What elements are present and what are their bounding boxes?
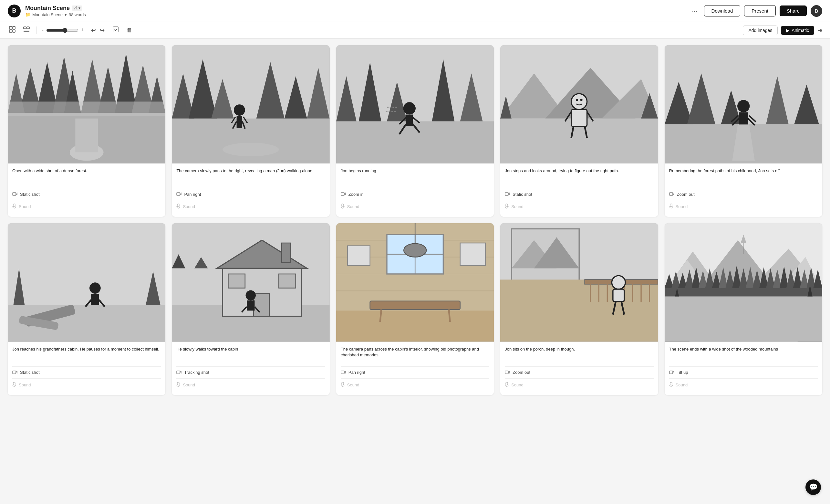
- zoom-out-button[interactable]: -: [42, 27, 43, 34]
- svg-rect-0: [9, 27, 12, 29]
- microphone-icon: [505, 382, 509, 388]
- folder-name[interactable]: Mountain Scene: [32, 12, 63, 17]
- card-image-8: [336, 223, 494, 342]
- storyboard-card-8[interactable]: The camera pans across the cabin's inter…: [336, 223, 494, 395]
- project-title: Mountain Scene: [25, 5, 70, 12]
- add-images-button[interactable]: Add images: [743, 26, 778, 35]
- undo-button[interactable]: ↩: [90, 26, 97, 35]
- card-shot-row-5: Zoom out: [669, 192, 818, 197]
- svg-rect-154: [342, 382, 344, 385]
- card-image-4: [500, 45, 658, 163]
- storyboard-card-2[interactable]: The camera slowly pans to the right, rev…: [172, 45, 329, 217]
- more-options-button[interactable]: ⋯: [689, 6, 700, 16]
- svg-point-171: [612, 276, 626, 289]
- svg-marker-63: [344, 193, 346, 195]
- card-divider: [505, 366, 653, 367]
- svg-point-92: [737, 100, 749, 112]
- animatic-button[interactable]: ▶ Animatic: [781, 26, 814, 35]
- card-body-7: He slowly walks toward the cabin Trackin…: [172, 342, 329, 395]
- svg-rect-172: [613, 289, 624, 302]
- card-body-1: Open with a wide shot of a dense forest.…: [8, 163, 165, 217]
- svg-rect-177: [506, 382, 508, 385]
- card-sound-9: Sound: [511, 382, 523, 387]
- card-description-1: Open with a wide shot of a dense forest.: [12, 168, 161, 185]
- microphone-icon: [505, 203, 509, 210]
- card-shot-7: Tracking shot: [184, 370, 209, 375]
- word-count: 98 words: [69, 12, 86, 17]
- svg-rect-23: [75, 119, 98, 153]
- storyboard-card-6[interactable]: Jon reaches his grandfathers cabin. He p…: [8, 223, 165, 395]
- svg-rect-175: [505, 371, 508, 374]
- svg-rect-76: [571, 109, 587, 126]
- svg-rect-83: [506, 204, 508, 207]
- svg-point-127: [246, 290, 256, 301]
- storyboard-card-3[interactable]: Jon begins running Zoom in Sound: [336, 45, 494, 217]
- card-sound-row-6: Sound: [12, 382, 161, 388]
- card-sound-3: Sound: [347, 204, 359, 209]
- card-sound-row-3: Sound: [341, 203, 489, 210]
- card-body-8: The camera pans across the cabin's inter…: [336, 342, 494, 395]
- card-sound-row-2: Sound: [176, 203, 325, 210]
- card-divider: [176, 366, 325, 367]
- zoom-in-button[interactable]: +: [81, 27, 85, 34]
- svg-marker-25: [16, 193, 17, 195]
- card-divider: [505, 188, 653, 188]
- list-view-button[interactable]: [22, 25, 31, 35]
- svg-rect-101: [670, 204, 672, 207]
- svg-marker-100: [673, 193, 674, 195]
- storyboard-card-9[interactable]: Jon sits on the porch, deep in though. Z…: [500, 223, 658, 395]
- svg-rect-3: [12, 30, 15, 32]
- storyboard-card-10[interactable]: The scene ends with a wide shot of the w…: [665, 223, 822, 395]
- storyboard-card-1[interactable]: Open with a wide shot of a dense forest.…: [8, 45, 165, 217]
- svg-line-146: [380, 310, 381, 322]
- share-button[interactable]: Share: [779, 5, 807, 16]
- svg-marker-82: [508, 193, 510, 195]
- svg-rect-161: [500, 280, 658, 342]
- svg-point-73: [571, 94, 587, 109]
- download-button[interactable]: Download: [704, 5, 740, 17]
- delete-button[interactable]: 🗑: [125, 26, 134, 35]
- card-image-3: [336, 45, 494, 163]
- card-shot-10: Tilt up: [677, 370, 688, 375]
- storyboard-card-7[interactable]: He slowly walks toward the cabin Trackin…: [172, 223, 329, 395]
- zoom-slider[interactable]: [46, 28, 78, 33]
- card-image-6: [8, 223, 165, 342]
- camera-icon: [669, 370, 674, 375]
- card-sound-row-7: Sound: [176, 382, 325, 388]
- card-shot-8: Pan right: [348, 370, 365, 375]
- microphone-icon: [176, 203, 180, 210]
- card-shot-row-10: Tilt up: [669, 370, 818, 375]
- card-description-6: Jon reaches his grandfathers cabin. He p…: [12, 346, 161, 363]
- title-block: Mountain Scene v1 ▾ 📁 Mountain Scene ▾ 9…: [25, 5, 86, 17]
- card-image-9: [500, 223, 658, 342]
- storyboard-card-5[interactable]: Remembering the forest paths of his chil…: [665, 45, 822, 217]
- card-divider: [341, 366, 489, 367]
- storyboard-card-4[interactable]: Jon stops and looks around, trying to fi…: [500, 45, 658, 217]
- camera-icon: [505, 192, 510, 197]
- checkbox-button[interactable]: [111, 25, 120, 35]
- card-description-8: The camera pans across the cabin's inter…: [341, 346, 489, 363]
- card-shot-6: Static shot: [20, 370, 40, 375]
- svg-rect-55: [406, 115, 413, 126]
- microphone-icon: [12, 203, 16, 210]
- redo-button[interactable]: ↪: [98, 26, 106, 35]
- card-divider-2: [176, 378, 325, 379]
- svg-rect-45: [177, 204, 179, 207]
- app-logo: B: [8, 4, 21, 18]
- svg-line-147: [449, 310, 450, 322]
- card-sound-6: Sound: [19, 382, 31, 387]
- version-badge[interactable]: v1 ▾: [72, 5, 82, 11]
- present-button[interactable]: Present: [744, 5, 776, 17]
- card-image-5: [665, 45, 822, 163]
- camera-icon: [669, 192, 674, 197]
- collapse-button[interactable]: ⇥: [818, 27, 822, 34]
- svg-point-74: [576, 99, 578, 101]
- header-left: B Mountain Scene v1 ▾ 📁 Mountain Scene ▾…: [8, 4, 86, 18]
- svg-rect-93: [739, 113, 748, 125]
- microphone-icon: [669, 203, 673, 210]
- card-description-9: Jon sits on the porch, deep in though.: [505, 346, 653, 363]
- toolbar: - + ↩ ↪ 🗑 Add images ▶ Animatic ⇥: [0, 22, 830, 39]
- storyboard-grid: Open with a wide shot of a dense forest.…: [0, 39, 830, 402]
- grid-view-button[interactable]: [8, 25, 17, 35]
- card-shot-9: Zoom out: [513, 370, 530, 375]
